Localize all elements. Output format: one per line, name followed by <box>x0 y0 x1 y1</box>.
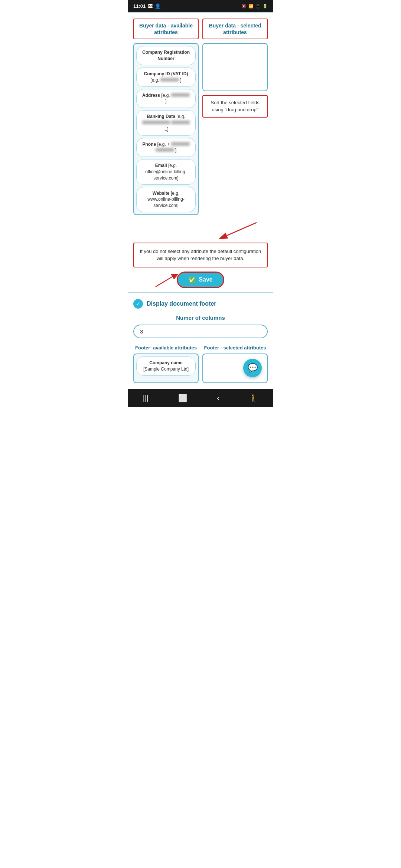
bottom-divider <box>128 292 273 293</box>
footer-selected-box[interactable]: 💬 <box>202 354 268 383</box>
available-attributes-column: Buyer data - available attributes Compan… <box>133 19 199 215</box>
list-item[interactable]: Website [e.g. www.online-billing-service… <box>136 187 196 212</box>
time: 11:01 <box>133 3 146 9</box>
available-attributes-header: Buyer data - available attributes <box>133 19 199 39</box>
footer-attributes-columns: Footer- available attributes Company nam… <box>133 345 268 383</box>
footer-section: ✓ Display document footer Numer of colum… <box>128 299 273 383</box>
selected-attributes-column: Buyer data - selected attributes Sort th… <box>202 19 268 215</box>
footer-available-column: Footer- available attributes Company nam… <box>133 345 199 383</box>
num-columns-label: Numer of columns <box>133 315 268 321</box>
image-icon: 🖼 <box>148 3 153 9</box>
save-arrow-icon <box>152 274 178 289</box>
battery-icon: 🔋 <box>263 4 268 9</box>
nav-accessibility-icon[interactable]: 🚶 <box>249 394 258 402</box>
list-item[interactable]: Company Registration Number <box>136 46 196 65</box>
nav-bar: ||| ⬜ ‹ 🚶 <box>128 389 273 407</box>
signal-icon: 📱 <box>255 4 261 9</box>
default-config-notice: If you do not select any attribute the d… <box>133 243 268 267</box>
list-item[interactable]: Company ID (VAT ID) [e.g. xxxxxxxxxx ] <box>136 68 196 87</box>
drag-arrow-icon <box>205 219 264 239</box>
list-item[interactable]: Company name [Sample Company Ltd] <box>136 356 196 376</box>
display-footer-row[interactable]: ✓ Display document footer <box>133 299 268 309</box>
svg-line-1 <box>227 223 257 236</box>
arrow-annotation <box>133 219 268 241</box>
footer-checkbox-icon[interactable]: ✓ <box>133 299 143 309</box>
nav-home-icon[interactable]: ⬜ <box>178 394 188 402</box>
mute-icon: 🔇 <box>241 4 247 9</box>
sort-hint: Sort the selected fields using "drag and… <box>202 95 268 117</box>
save-button-area: ✅ Save <box>133 273 268 287</box>
available-attributes-list: Company Registration Number Company ID (… <box>133 43 199 215</box>
num-columns-input[interactable] <box>133 325 268 338</box>
footer-available-list: Company name [Sample Company Ltd] <box>133 354 199 383</box>
list-item[interactable]: Phone [e.g. + xxxxxxxx xxxxxx ] <box>136 138 196 157</box>
svg-line-3 <box>156 277 172 287</box>
person-icon: 👤 <box>155 3 161 9</box>
footer-available-header: Footer- available attributes <box>133 345 199 351</box>
nav-back-icon[interactable]: ‹ <box>217 394 219 402</box>
main-content: Buyer data - available attributes Compan… <box>128 13 273 287</box>
selected-attributes-box[interactable] <box>202 43 268 91</box>
save-checkmark-icon: ✅ <box>188 276 196 283</box>
buyer-data-columns: Buyer data - available attributes Compan… <box>133 19 268 215</box>
wifi-icon: 📶 <box>248 4 254 9</box>
list-item[interactable]: Email [e.g. office@online-billing-servic… <box>136 159 196 184</box>
list-item[interactable]: Banking Data [e.g. xxxxxxxxxxxxxxx xxxxx… <box>136 110 196 135</box>
nav-menu-icon[interactable]: ||| <box>143 394 149 402</box>
selected-attributes-header: Buyer data - selected attributes <box>202 19 268 39</box>
footer-selected-column: Footer - selected attributes 💬 <box>202 345 268 383</box>
chat-button[interactable]: 💬 <box>243 359 262 377</box>
footer-checkbox-label: Display document footer <box>147 300 216 307</box>
save-button[interactable]: ✅ Save <box>178 273 223 287</box>
chat-icon: 💬 <box>248 363 258 373</box>
footer-selected-header: Footer - selected attributes <box>202 345 268 351</box>
status-bar: 11:01 🖼 👤 🔇 📶 📱 🔋 <box>128 0 273 12</box>
list-item[interactable]: Address [e.g. xxxxxxxxxx ] <box>136 89 196 108</box>
save-label: Save <box>199 276 212 283</box>
